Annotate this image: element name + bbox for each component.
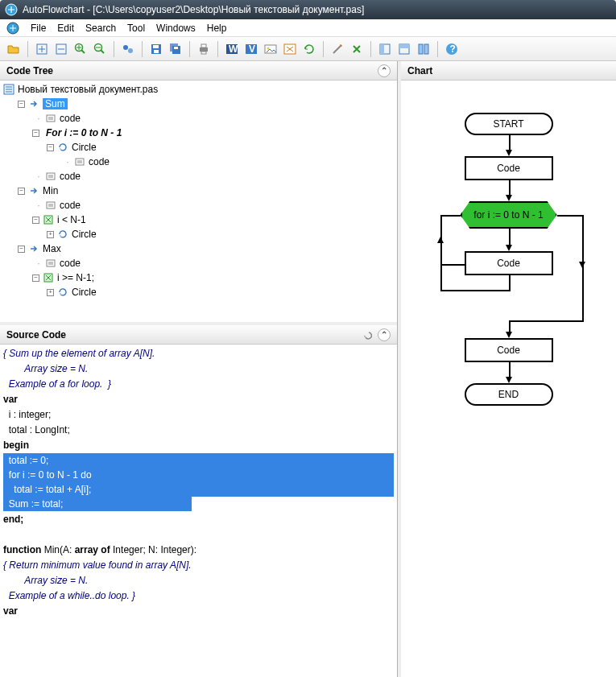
arrow-icon: [28, 244, 39, 254]
source-line-selected: Sum := total;: [3, 497, 192, 511]
main-toolbar: W V ?: [0, 37, 616, 61]
open-folder-icon[interactable]: [5, 40, 23, 58]
menu-search[interactable]: Search: [85, 23, 116, 34]
svg-rect-10: [154, 50, 159, 53]
options-icon[interactable]: [348, 40, 366, 58]
menu-file[interactable]: File: [31, 23, 46, 34]
source-code-title: Source Code: [6, 329, 66, 341]
expand-all-icon[interactable]: [33, 40, 51, 58]
loop-icon: [57, 229, 68, 239]
toolbar-separator: [437, 41, 438, 57]
source-editor[interactable]: { Sum up the element of array A[N]. Arra…: [0, 345, 397, 677]
settings-icon[interactable]: [329, 40, 346, 58]
flow-code2[interactable]: Code: [465, 251, 553, 275]
tree-item[interactable]: −i >= N-1;: [3, 270, 394, 285]
file-icon: [3, 84, 14, 95]
tree-toggle-icon[interactable]: +: [47, 231, 54, 238]
source-line: function Min(A: array of Integer; N: Int…: [3, 544, 196, 555]
app-icon: [5, 3, 18, 16]
menu-help[interactable]: Help: [207, 23, 227, 34]
layout-2-icon[interactable]: [395, 40, 413, 58]
tree-item[interactable]: ·code: [3, 198, 394, 213]
undo-icon[interactable]: [360, 328, 373, 341]
source-panel: Source Code ⌃ { Sum up the element of ar…: [0, 325, 397, 677]
flow-end[interactable]: END: [465, 383, 553, 406]
tree-item[interactable]: ·code: [3, 111, 394, 126]
tree-toggle-icon[interactable]: −: [18, 188, 25, 195]
code-icon: [45, 114, 56, 123]
zoom-out-icon[interactable]: [91, 40, 109, 58]
svg-text:V: V: [249, 43, 255, 55]
tree-toggle-icon[interactable]: −: [47, 144, 54, 151]
tree-item[interactable]: −i < N-1: [3, 213, 394, 227]
window-titlebar: AutoFlowchart - [C:\Users\copyuser2\Desk…: [0, 0, 616, 19]
tree-item[interactable]: −Sum: [3, 97, 394, 111]
source-line-selected: total := 0;: [3, 453, 394, 468]
tree-item-label: code: [60, 200, 81, 211]
tree-item[interactable]: ·code: [3, 256, 394, 270]
toolbar-separator: [142, 41, 143, 57]
svg-rect-38: [47, 260, 55, 266]
arrow-down-icon: [506, 150, 512, 156]
tree-toggle-icon[interactable]: −: [32, 275, 39, 282]
tree-toggle-icon[interactable]: +: [47, 289, 54, 296]
flow-code1[interactable]: Code: [465, 156, 553, 180]
save-all-icon[interactable]: [167, 40, 184, 58]
tree-toggle-icon[interactable]: −: [32, 217, 39, 224]
tree-item[interactable]: ·code: [3, 155, 394, 169]
zoom-in-icon[interactable]: [72, 40, 89, 58]
layout-3-icon[interactable]: [415, 40, 432, 58]
tree-item[interactable]: −Max: [3, 241, 394, 256]
menu-tool[interactable]: Tool: [127, 23, 145, 34]
code-tree-title: Code Tree: [6, 65, 53, 76]
flow-code3[interactable]: Code: [465, 338, 553, 362]
cond-icon: [43, 215, 54, 225]
tree-connector: ·: [32, 258, 45, 269]
tree-item[interactable]: −Min: [3, 184, 394, 198]
tree-toggle-icon[interactable]: −: [18, 101, 25, 108]
source-line: total : LongInt;: [3, 424, 70, 436]
arrow-down-icon: [579, 262, 585, 268]
collapse-all-icon[interactable]: [52, 40, 70, 58]
flow-edge: [509, 275, 511, 291]
tree-item[interactable]: −For i := 0 to N - 1: [3, 126, 394, 140]
tree-item-label: i >= N-1;: [57, 272, 94, 283]
tree-item-label: Circle: [72, 142, 97, 153]
svg-rect-33: [47, 115, 55, 122]
export-word-icon[interactable]: W: [223, 40, 241, 58]
help-icon[interactable]: ?: [443, 40, 461, 58]
code-tree[interactable]: Новый текстовый документ.pas −Sum·code−F…: [0, 80, 397, 322]
export-visio-icon[interactable]: V: [242, 40, 260, 58]
tree-toggle-icon[interactable]: −: [32, 130, 39, 137]
tree-item[interactable]: +Circle: [3, 227, 394, 241]
print-icon[interactable]: [195, 40, 213, 58]
tree-item[interactable]: ·code: [3, 169, 394, 184]
tree-item[interactable]: −Circle: [3, 140, 394, 155]
export-svg-icon[interactable]: [281, 40, 299, 58]
code-icon: [74, 157, 85, 167]
tree-item[interactable]: +Circle: [3, 285, 394, 299]
flow-edge: [582, 215, 584, 322]
tree-item-label: Max: [43, 243, 61, 254]
left-column: Code Tree ⌃ Новый текстовый документ.pas…: [0, 61, 398, 677]
svg-rect-35: [47, 173, 55, 180]
tree-toggle-icon[interactable]: −: [18, 246, 25, 253]
collapse-panel-icon[interactable]: ⌃: [378, 328, 391, 341]
collapse-panel-icon[interactable]: ⌃: [378, 64, 391, 77]
save-icon[interactable]: [147, 40, 165, 58]
svg-rect-9: [153, 45, 159, 48]
flow-loop[interactable]: for i := 0 to N - 1: [461, 201, 557, 229]
tree-item-label: code: [89, 156, 110, 167]
refresh-icon[interactable]: [300, 40, 318, 58]
flow-start[interactable]: START: [465, 113, 553, 135]
layout-1-icon[interactable]: [376, 40, 394, 58]
tree-root[interactable]: Новый текстовый документ.pas: [3, 82, 394, 97]
find-icon[interactable]: [119, 40, 137, 58]
toolbar-separator: [217, 41, 218, 57]
export-image-icon[interactable]: [262, 40, 279, 58]
source-line: Example of a for loop. }: [3, 378, 111, 390]
svg-rect-36: [47, 202, 55, 208]
menu-windows[interactable]: Windows: [156, 23, 196, 34]
flowchart-area[interactable]: START Code for i := 0 to N - 1: [401, 80, 616, 677]
menu-edit[interactable]: Edit: [57, 23, 74, 34]
